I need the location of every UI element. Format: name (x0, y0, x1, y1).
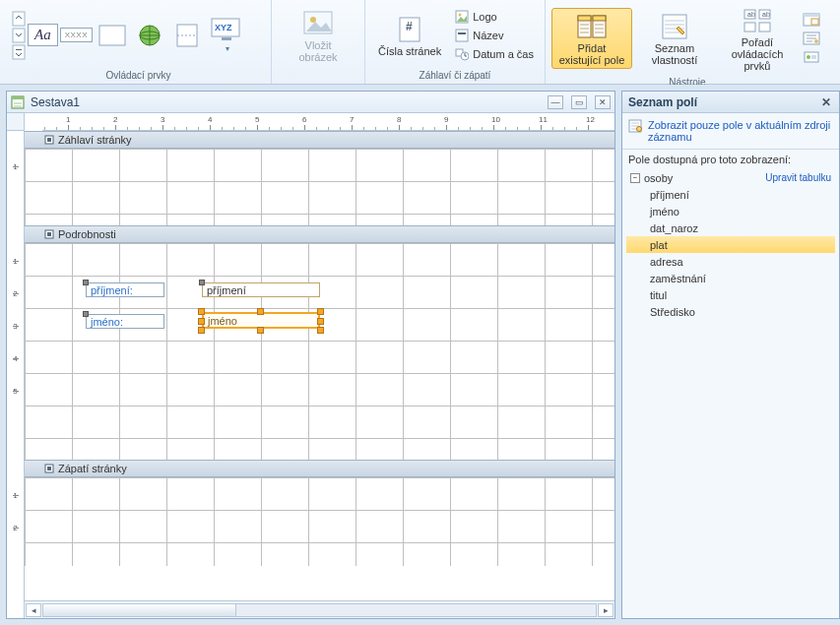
fields-icon (576, 13, 608, 40)
ribbon-group-label-controls: Ovládací prvky (12, 68, 265, 84)
minimize-button[interactable]: — (548, 95, 563, 109)
svg-text:XYZ: XYZ (215, 23, 232, 32)
band-page-header-body[interactable] (25, 149, 614, 225)
restore-button[interactable]: ▭ (571, 95, 587, 109)
logo-button[interactable]: Logo (450, 8, 539, 26)
svg-rect-3 (16, 49, 22, 50)
edit-table-link[interactable]: Upravit tabulku (765, 172, 835, 183)
ribbon: Aa XXXX XYZ ▾ Ovládací prvky (0, 0, 840, 85)
report-design-window: Sestava1 — ▭ ✕ 123456789101112 11234512 (6, 91, 615, 619)
panel-available-label: Pole dostupná pro toto zobrazení: (622, 150, 839, 169)
svg-point-36 (814, 39, 818, 43)
svg-rect-29 (759, 23, 770, 31)
field-item[interactable]: příjmení (626, 186, 835, 203)
doc-titlebar: Sestava1 — ▭ ✕ (7, 92, 614, 113)
gallery-scroll-icon[interactable] (12, 11, 26, 60)
scroll-thumb[interactable] (43, 604, 236, 616)
ruler-corner[interactable] (7, 113, 25, 131)
h-scrollbar[interactable]: ◂ ▸ (25, 600, 614, 618)
svg-rect-4 (99, 26, 125, 45)
field-prijmeni[interactable]: příjmení (202, 282, 320, 297)
control-rectangle[interactable] (95, 20, 130, 51)
globe-icon (135, 23, 164, 48)
sel-handle[interactable] (317, 327, 324, 334)
convert-button[interactable] (802, 48, 823, 66)
insert-image-button[interactable]: Vložit obrázek (278, 5, 358, 66)
scroll-left-button[interactable]: ◂ (26, 603, 41, 617)
band-selector-icon (44, 135, 54, 145)
svg-text:ab: ab (747, 11, 755, 18)
svg-rect-18 (458, 32, 466, 34)
show-only-current-source-link[interactable]: Zobrazit pouze pole v aktuálním zdroji z… (622, 113, 839, 150)
doc-title: Sestava1 (31, 95, 80, 109)
add-existing-fields-button[interactable]: Přidat existující pole (551, 8, 632, 69)
subform-button[interactable] (802, 11, 823, 29)
control-page-break[interactable] (169, 20, 205, 51)
panel-close-button[interactable]: ✕ (819, 95, 833, 109)
svg-rect-0 (13, 12, 25, 26)
image-icon (302, 10, 334, 37)
sel-handle[interactable] (317, 308, 324, 315)
control-hyperlink[interactable] (132, 20, 167, 51)
control-label-style[interactable]: Aa (28, 24, 58, 46)
page-numbers-button[interactable]: # Čísla stránek (371, 11, 448, 60)
subform-icon (803, 13, 820, 27)
field-item[interactable]: adresa (626, 253, 835, 270)
svg-rect-40 (12, 96, 24, 99)
design-surface[interactable]: Záhlaví stránky Podrobnosti příjmení: (25, 131, 614, 600)
field-item[interactable]: dat_naroz (626, 219, 835, 236)
svg-rect-2 (13, 45, 25, 59)
datetime-button[interactable]: Datum a čas (450, 45, 539, 63)
sel-handle[interactable] (257, 327, 264, 334)
tree-node-table[interactable]: − osoby Upravit tabulku (626, 169, 835, 186)
control-textbox-style[interactable]: XXXX (60, 28, 93, 42)
ribbon-group-label-hf: Záhlaví či zápatí (371, 68, 539, 84)
band-detail[interactable]: Podrobnosti (25, 225, 614, 243)
band-page-header[interactable]: Záhlaví stránky (25, 131, 614, 149)
sel-handle[interactable] (198, 308, 205, 315)
sel-handle[interactable] (198, 327, 205, 334)
panel-titlebar: Seznam polí ✕ (622, 92, 839, 113)
svg-rect-24 (593, 16, 606, 21)
field-item[interactable]: plat (626, 236, 835, 253)
tab-order-button[interactable]: abab Pořadí ovládacích prvků (717, 2, 798, 75)
resize-handle[interactable] (199, 280, 205, 285)
workspace: Sestava1 — ▭ ✕ 123456789101112 11234512 (0, 85, 840, 625)
convert-icon (803, 50, 820, 64)
scroll-track[interactable] (42, 603, 597, 617)
label-prijmeni[interactable]: příjmení: (86, 282, 164, 297)
field-item[interactable]: titul (626, 286, 835, 303)
sel-handle[interactable] (317, 318, 324, 325)
sel-handle[interactable] (257, 308, 264, 315)
sel-handle[interactable] (198, 318, 205, 325)
field-tree: − osoby Upravit tabulku příjmeníjménodat… (622, 169, 839, 326)
chevron-down-icon: ▾ (226, 44, 229, 53)
band-page-footer[interactable]: Zápatí stránky (25, 460, 614, 477)
svg-point-48 (637, 127, 642, 132)
svg-text:#: # (406, 20, 413, 33)
control-chart[interactable]: XYZ ▾ (207, 14, 246, 56)
report-icon (11, 95, 25, 109)
field-item[interactable]: Středisko (626, 303, 835, 320)
field-item[interactable]: zaměstnání (626, 270, 835, 286)
band-selector-icon (44, 464, 54, 473)
label-jmeno[interactable]: jméno: (86, 314, 164, 329)
rectangle-icon (97, 23, 127, 48)
collapse-icon[interactable]: − (630, 173, 640, 183)
code-button[interactable] (802, 30, 823, 47)
resize-handle[interactable] (83, 280, 89, 285)
svg-rect-17 (456, 30, 468, 41)
properties-icon (659, 13, 690, 40)
scroll-right-button[interactable]: ▸ (598, 603, 614, 617)
band-page-footer-body[interactable] (25, 477, 614, 566)
band-detail-body[interactable]: příjmení: příjmení jméno: jméno (25, 243, 614, 460)
v-ruler[interactable]: 11234512 (7, 131, 25, 618)
h-ruler[interactable]: 123456789101112 (42, 113, 614, 131)
close-doc-button[interactable]: ✕ (595, 95, 611, 109)
property-sheet-button[interactable]: Seznam vlastností (634, 8, 715, 69)
resize-handle[interactable] (83, 311, 89, 317)
svg-rect-44 (47, 232, 51, 236)
field-item[interactable]: jméno (626, 203, 835, 219)
title-button[interactable]: Název (450, 27, 539, 44)
logo-icon (455, 10, 469, 24)
